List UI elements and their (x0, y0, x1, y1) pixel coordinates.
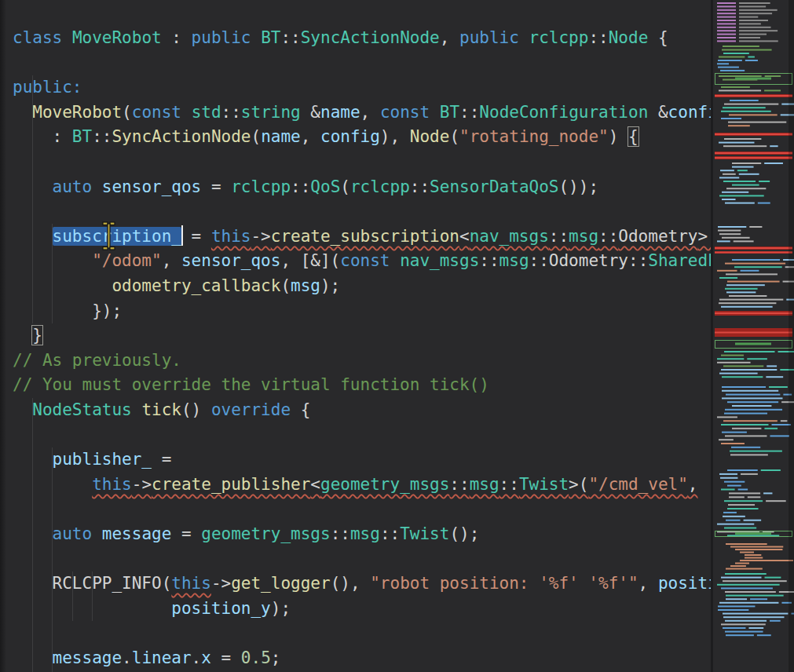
code-token: string (241, 103, 301, 122)
code-line[interactable]: "/odom", sensor_qos, [&](const nav_msgs:… (13, 249, 711, 274)
code-token (13, 103, 32, 122)
code-token: = (181, 227, 211, 246)
code-line[interactable] (13, 199, 711, 225)
code-token: tick (141, 400, 181, 419)
code-line[interactable]: message.linear.x = 0.5; (13, 646, 711, 671)
code-token: MoveRobot (72, 28, 162, 47)
code-token: :: (221, 103, 241, 122)
code-line[interactable] (13, 497, 711, 522)
code-line[interactable]: MoveRobot(const std::string &name, const… (13, 100, 711, 126)
code-token: const (380, 103, 430, 122)
code-token: :: (588, 28, 608, 47)
code-line[interactable]: }); (13, 299, 711, 324)
code-token: std (192, 103, 221, 122)
indent-guide (72, 572, 73, 621)
code-token: geometry_msgs (320, 475, 449, 494)
code-token (251, 28, 261, 47)
indent-guide (92, 572, 93, 621)
code-line[interactable]: position_y); (13, 597, 711, 622)
code-token: (); (449, 524, 479, 543)
code-line[interactable]: class MoveRobot : public BT::SyncActionN… (13, 26, 711, 51)
code-token: odometry_callback (112, 276, 280, 295)
code-token: position_x (658, 574, 711, 593)
code-token: , [&]( (280, 251, 340, 270)
code-token: x (201, 648, 211, 667)
code-area[interactable]: class MoveRobot : public BT::SyncActionN… (0, 0, 711, 672)
code-token: ( (340, 177, 350, 196)
code-token: ( (122, 103, 132, 122)
code-token: const (340, 251, 390, 270)
code-token: subscription_ (53, 227, 181, 246)
code-token: msg (569, 227, 598, 246)
code-token: & (648, 103, 668, 122)
code-line[interactable] (13, 150, 711, 175)
code-token (13, 276, 112, 295)
code-token: . (122, 648, 132, 667)
code-line[interactable]: // You must override the virtual functio… (13, 373, 711, 398)
code-token: linear (132, 648, 192, 667)
code-token: rclcpp (231, 177, 291, 196)
code-token: NodeConfiguration (479, 103, 648, 122)
code-token (13, 400, 32, 419)
code-token: ), (380, 127, 410, 146)
code-token: ; (271, 648, 281, 667)
minimap[interactable] (713, 0, 794, 672)
code-token: :: (479, 251, 499, 270)
code-token: name (261, 127, 301, 146)
code-token: ) (609, 127, 628, 146)
code-line[interactable]: odometry_callback(msg); (13, 274, 711, 299)
code-line[interactable]: RCLCPP_INFO(this->get_logger(), "robot p… (13, 572, 711, 597)
code-line[interactable]: public: (13, 75, 711, 100)
code-token: class (13, 28, 62, 47)
code-token: , (301, 127, 320, 146)
code-token (519, 28, 529, 47)
code-token: >( (697, 227, 711, 246)
code-token: this (211, 227, 251, 246)
code-line[interactable]: NodeStatus tick() override { (13, 398, 711, 423)
code-token: "robot position: '%f' '%f'" (370, 574, 638, 593)
code-token: NodeStatus (32, 400, 131, 419)
code-token: // As previously. (13, 351, 181, 370)
code-token: get_logger (231, 574, 330, 593)
code-token: :: (499, 475, 519, 494)
code-line[interactable]: publisher_ = (13, 447, 711, 473)
code-token (62, 28, 72, 47)
code-token: "/odom" (92, 251, 162, 270)
code-line[interactable]: auto message = geometry_msgs::msg::Twist… (13, 522, 711, 547)
code-token: public: (13, 78, 82, 97)
code-token: BT (72, 127, 92, 146)
code-token: rclcpp (529, 28, 589, 47)
code-token: }); (13, 301, 122, 320)
code-token: "rotating_node" (459, 127, 609, 146)
code-token: sensor_qos (181, 251, 280, 270)
code-token: : (13, 127, 72, 146)
code-line[interactable] (13, 621, 711, 646)
code-line[interactable]: // As previously. (13, 349, 711, 374)
code-line[interactable] (13, 51, 711, 76)
code-line[interactable] (13, 423, 711, 448)
code-token: = (152, 450, 171, 469)
code-token: , (638, 574, 658, 593)
code-token: position_y (171, 599, 270, 618)
code-line[interactable] (13, 546, 711, 572)
code-token: MoveRobot (32, 103, 122, 122)
code-line[interactable]: } (13, 323, 711, 349)
code-token (13, 326, 32, 345)
code-token: :: (380, 524, 400, 543)
code-token: name (320, 103, 360, 122)
code-line[interactable]: subscription_ = this->create_subscriptio… (13, 225, 711, 250)
code-token: create_publisher (152, 475, 310, 494)
code-line[interactable]: : BT::SyncActionNode(name, config), Node… (13, 125, 711, 150)
code-token: message (102, 524, 172, 543)
indent-guide (32, 398, 33, 672)
code-line[interactable]: auto sensor_qos = rclcpp::QoS(rclcpp::Se… (13, 175, 711, 200)
code-line[interactable]: this->create_publisher<geometry_msgs::ms… (13, 473, 711, 498)
code-token: Twist (519, 475, 569, 494)
code-token: ()); (558, 177, 598, 196)
code-token: ); (320, 276, 340, 295)
code-token: geometry_msgs (201, 524, 330, 543)
code-token: nav_msgs (470, 227, 549, 246)
code-token: : (162, 28, 192, 47)
code-token: :: (331, 524, 350, 543)
code-token: Twist (400, 524, 449, 543)
